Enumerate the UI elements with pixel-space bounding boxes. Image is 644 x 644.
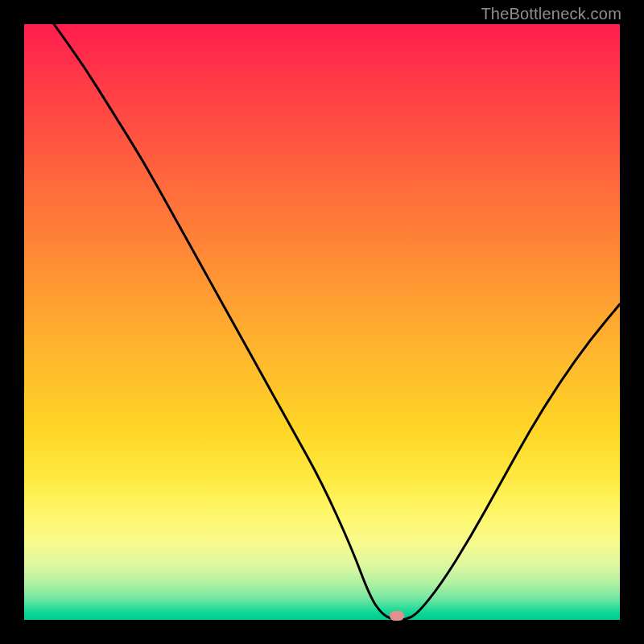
bottleneck-curve (24, 24, 620, 620)
watermark-text: TheBottleneck.com (481, 5, 621, 23)
plot-area (24, 24, 620, 620)
optimal-point-marker (390, 611, 404, 621)
chart-frame: TheBottleneck.com (0, 0, 644, 644)
